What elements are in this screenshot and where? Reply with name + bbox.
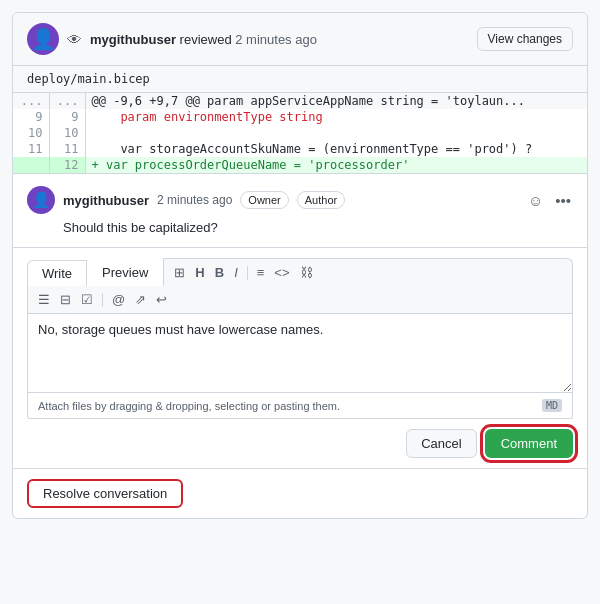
comment-timestamp: 2 minutes ago xyxy=(157,193,232,207)
view-changes-button[interactable]: View changes xyxy=(477,27,574,51)
diff-omit-row: ... ... @@ -9,6 +9,7 @@ param appService… xyxy=(13,93,587,109)
diff-num2-11: 11 xyxy=(49,141,85,157)
italic-icon-btn[interactable]: I xyxy=(230,263,242,282)
review-header: 👤 👁 mygithubuser reviewed 2 minutes ago … xyxy=(13,13,587,66)
commenter-name: mygithubuser xyxy=(63,193,149,208)
comment-actions: ☺ ••• xyxy=(526,190,573,211)
diff-num1-10: 10 xyxy=(13,125,49,141)
reviewer-name: mygithubuser xyxy=(90,32,176,47)
code-icon-btn[interactable]: <> xyxy=(270,263,293,282)
diff-row-10: 10 10 xyxy=(13,125,587,141)
toolbar-sep-2 xyxy=(102,293,103,307)
list-icon-btn[interactable]: ≡ xyxy=(253,263,269,282)
editor-toolbar-top: ⊞ H B I ≡ <> ⛓ xyxy=(163,258,573,286)
diff-omit-num2: ... xyxy=(49,93,85,109)
diff-content-11: var storageAccountSkuName = (environment… xyxy=(85,141,587,157)
diff-num1-9: 9 xyxy=(13,109,49,125)
diff-row-9: 9 9 param environmentType string xyxy=(13,109,587,125)
tab-row: Write Preview ⊞ H B I ≡ <> ⛓ xyxy=(27,258,573,286)
avatar-icon: 👤 xyxy=(31,27,56,51)
emoji-button[interactable]: ☺ xyxy=(526,190,545,211)
diff-num1-11: 11 xyxy=(13,141,49,157)
diff-row-11: 11 11 var storageAccountSkuName = (envir… xyxy=(13,141,587,157)
comment-header: 👤 mygithubuser 2 minutes ago Owner Autho… xyxy=(27,186,573,214)
owner-badge: Owner xyxy=(240,191,288,209)
diff-row-12: 12 + var processOrderQueueName = 'proces… xyxy=(13,157,587,173)
commenter-avatar: 👤 xyxy=(27,186,55,214)
bold-icon-btn[interactable]: B xyxy=(211,263,228,282)
file-icon-btn[interactable]: ⊞ xyxy=(170,263,189,282)
undo-btn[interactable]: ↩ xyxy=(152,290,171,309)
write-tab[interactable]: Write xyxy=(27,260,87,286)
preview-tab[interactable]: Preview xyxy=(87,259,163,286)
editor-toolbar-bottom: ☰ ⊟ ☑ @ ⇗ ↩ xyxy=(27,286,573,313)
watch-icon[interactable]: 👁 xyxy=(67,31,82,48)
commenter-avatar-icon: 👤 xyxy=(32,191,51,209)
diff-num2-10: 10 xyxy=(49,125,85,141)
review-timestamp: 2 minutes ago xyxy=(235,32,317,47)
review-container: 👤 👁 mygithubuser reviewed 2 minutes ago … xyxy=(12,12,588,519)
review-header-text: mygithubuser reviewed 2 minutes ago xyxy=(90,32,469,47)
unordered-list-btn[interactable]: ☰ xyxy=(34,290,54,309)
diff-num2-12: 12 xyxy=(49,157,85,173)
mention-btn[interactable]: @ xyxy=(108,290,129,309)
diff-omit-content: @@ -9,6 +9,7 @@ param appServiceAppName … xyxy=(85,93,587,109)
more-options-button[interactable]: ••• xyxy=(553,190,573,211)
attach-text: Attach files by dragging & dropping, sel… xyxy=(38,400,340,412)
comment-thread: 👤 mygithubuser 2 minutes ago Owner Autho… xyxy=(13,173,587,518)
editor-wrapper: Write Preview ⊞ H B I ≡ <> ⛓ xyxy=(27,258,573,419)
author-badge: Author xyxy=(297,191,345,209)
cancel-button[interactable]: Cancel xyxy=(406,429,476,458)
review-action: reviewed xyxy=(180,32,232,47)
file-header: deploy/main.bicep xyxy=(13,66,587,93)
reply-textarea[interactable]: No, storage queues must have lowercase n… xyxy=(27,313,573,393)
diff-omit-num1: ... xyxy=(13,93,49,109)
comment-item: 👤 mygithubuser 2 minutes ago Owner Autho… xyxy=(13,174,587,248)
cross-ref-btn[interactable]: ⇗ xyxy=(131,290,150,309)
diff-content-9: param environmentType string xyxy=(85,109,587,125)
comment-button[interactable]: Comment xyxy=(485,429,573,458)
heading-icon-btn[interactable]: H xyxy=(191,263,208,282)
link-icon-btn[interactable]: ⛓ xyxy=(296,263,317,282)
reply-actions: Cancel Comment xyxy=(27,429,573,458)
diff-content-12: + var processOrderQueueName = 'processor… xyxy=(85,157,587,173)
diff-num1-12 xyxy=(13,157,49,173)
comment-body: Should this be capitalized? xyxy=(63,220,573,235)
diff-table: ... ... @@ -9,6 +9,7 @@ param appService… xyxy=(13,93,587,173)
markdown-icon: MD xyxy=(542,399,562,412)
reply-box: Write Preview ⊞ H B I ≡ <> ⛓ xyxy=(13,248,587,469)
ordered-list-btn[interactable]: ⊟ xyxy=(56,290,75,309)
toolbar-sep-1 xyxy=(247,266,248,280)
resolve-bar: Resolve conversation xyxy=(13,469,587,518)
task-list-btn[interactable]: ☑ xyxy=(77,290,97,309)
resolve-button[interactable]: Resolve conversation xyxy=(27,479,183,508)
diff-num2-9: 9 xyxy=(49,109,85,125)
diff-view: ... ... @@ -9,6 +9,7 @@ param appService… xyxy=(13,93,587,173)
diff-content-10 xyxy=(85,125,587,141)
reviewer-avatar: 👤 xyxy=(27,23,59,55)
attach-bar: Attach files by dragging & dropping, sel… xyxy=(27,393,573,419)
file-name: deploy/main.bicep xyxy=(27,72,150,86)
